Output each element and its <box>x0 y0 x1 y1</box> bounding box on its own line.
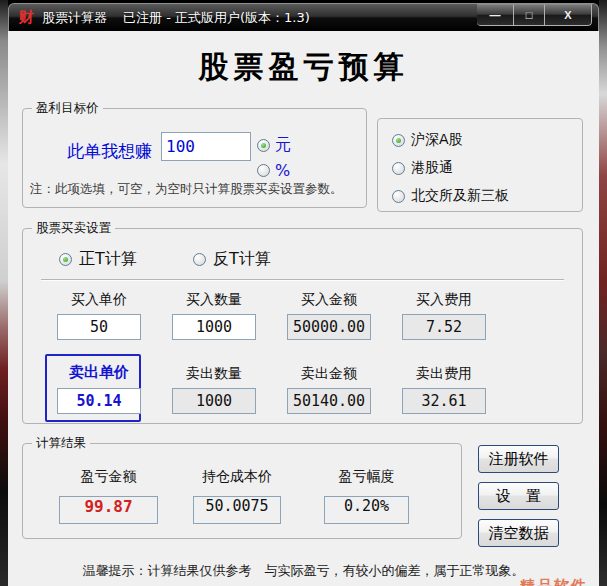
clear-data-button[interactable]: 清空数据 <box>478 519 559 547</box>
group-profit-target: 盈利目标价 此单我想赚 元 % 注：此项选填，可空，为空时只计算股票买卖设置参数… <box>22 108 367 208</box>
sell-fee-label: 卖出费用 <box>416 365 472 381</box>
app-icon: 财 <box>19 10 34 25</box>
market-bse-label[interactable]: 北交所及新三板 <box>411 187 509 205</box>
window-border-right <box>599 0 607 586</box>
market-a-share-label[interactable]: 沪深A股 <box>411 131 463 149</box>
pnl-percent-value: 0.20% <box>324 496 409 524</box>
app-window: 财 股票计算器 已注册 - 正式版用户(版本：1.3) — □ X 股票盈亏预算… <box>0 0 607 586</box>
minimize-icon: — <box>490 9 501 21</box>
unit-percent-label[interactable]: % <box>275 161 290 180</box>
radio-hk-connect[interactable] <box>392 162 405 175</box>
sell-price-input[interactable] <box>57 388 141 414</box>
radio-bse[interactable] <box>392 190 405 203</box>
buy-price-label: 买入单价 <box>71 291 127 307</box>
divider <box>41 279 564 281</box>
maximize-icon: □ <box>526 9 533 21</box>
market-option-bse[interactable]: 北交所及新三板 <box>392 187 509 205</box>
radio-forward-t[interactable] <box>59 253 72 266</box>
radio-a-share[interactable] <box>392 134 405 147</box>
close-button[interactable]: X <box>544 4 592 26</box>
register-software-button[interactable]: 注册软件 <box>478 445 559 473</box>
sell-price-label: 卖出单价 <box>69 363 129 381</box>
group-trade-settings: 股票买卖设置 正T计算 反T计算 买入单价 买入数量 买入金额 买入费用 <box>22 228 583 424</box>
buy-fee-label: 买入费用 <box>416 291 472 307</box>
sell-fee-output <box>402 388 486 414</box>
group-results-legend: 计算结果 <box>32 435 90 452</box>
page-title: 股票盈亏预算 <box>8 47 599 88</box>
window-content: 股票盈亏预算 盈利目标价 此单我想赚 元 % 注：此项选填，可空，为空时只计算股… <box>8 31 599 586</box>
profit-target-note: 注：此项选填，可空，为空时只计算股票买卖设置参数。 <box>30 181 343 198</box>
window-status: 已注册 - 正式版用户(版本：1.3) <box>123 9 310 27</box>
sell-qty-label: 卖出数量 <box>186 365 242 381</box>
mode-option-forward-t[interactable]: 正T计算 <box>59 249 137 270</box>
market-hk-connect-label[interactable]: 港股通 <box>411 159 453 177</box>
radio-reverse-t[interactable] <box>193 253 206 266</box>
market-option-a-share[interactable]: 沪深A股 <box>392 131 463 149</box>
sell-amount-label: 卖出金额 <box>301 365 357 381</box>
minimize-button[interactable]: — <box>477 4 514 26</box>
group-market: 沪深A股 港股通 北交所及新三板 <box>377 118 583 212</box>
buy-fee-output <box>402 314 486 340</box>
radio-percent[interactable] <box>257 164 270 177</box>
pnl-amount-label: 盈亏金额 <box>81 468 137 484</box>
cost-basis-label: 持仓成本价 <box>202 468 272 484</box>
cost-basis-value: 50.0075 <box>193 496 281 524</box>
group-trade-settings-legend: 股票买卖设置 <box>32 220 115 237</box>
caption-buttons: — □ X <box>477 4 592 26</box>
sell-amount-output <box>287 388 371 414</box>
sell-qty-output <box>172 388 256 414</box>
window-border-left <box>0 0 8 586</box>
mode-option-reverse-t[interactable]: 反T计算 <box>193 249 271 270</box>
title-bar[interactable]: 财 股票计算器 已注册 - 正式版用户(版本：1.3) — □ X <box>8 3 599 31</box>
buy-price-input[interactable] <box>57 314 141 340</box>
buy-amount-label: 买入金额 <box>301 291 357 307</box>
close-icon: X <box>564 9 571 21</box>
unit-option-percent[interactable]: % <box>257 161 290 180</box>
profit-target-label: 此单我想赚 <box>67 140 152 163</box>
market-option-hk-connect[interactable]: 港股通 <box>392 159 453 177</box>
maximize-button[interactable]: □ <box>513 4 545 26</box>
buy-qty-input[interactable] <box>172 314 256 340</box>
profit-target-input[interactable] <box>161 132 251 161</box>
window-title: 股票计算器 <box>42 9 107 27</box>
unit-option-yuan[interactable]: 元 <box>257 135 291 156</box>
buy-amount-output <box>287 314 371 340</box>
group-results: 计算结果 盈亏金额 持仓成本价 盈亏幅度 99.87 50.0075 0.20% <box>22 443 462 539</box>
pnl-amount-value: 99.87 <box>59 496 158 524</box>
pnl-percent-label: 盈亏幅度 <box>339 468 395 484</box>
mode-reverse-t-label[interactable]: 反T计算 <box>213 249 271 270</box>
mode-forward-t-label[interactable]: 正T计算 <box>79 249 137 270</box>
radio-yuan[interactable] <box>257 139 270 152</box>
footer-tip: 温馨提示：计算结果仅供参考 与实际盈亏，有较小的偏差，属于正常现象。 <box>8 562 599 580</box>
buy-qty-label: 买入数量 <box>186 291 242 307</box>
watermark-text: 精品软件 <box>520 577 588 586</box>
settings-button[interactable]: 设 置 <box>478 482 559 510</box>
unit-yuan-label[interactable]: 元 <box>275 135 291 156</box>
group-profit-target-legend: 盈利目标价 <box>32 100 103 117</box>
